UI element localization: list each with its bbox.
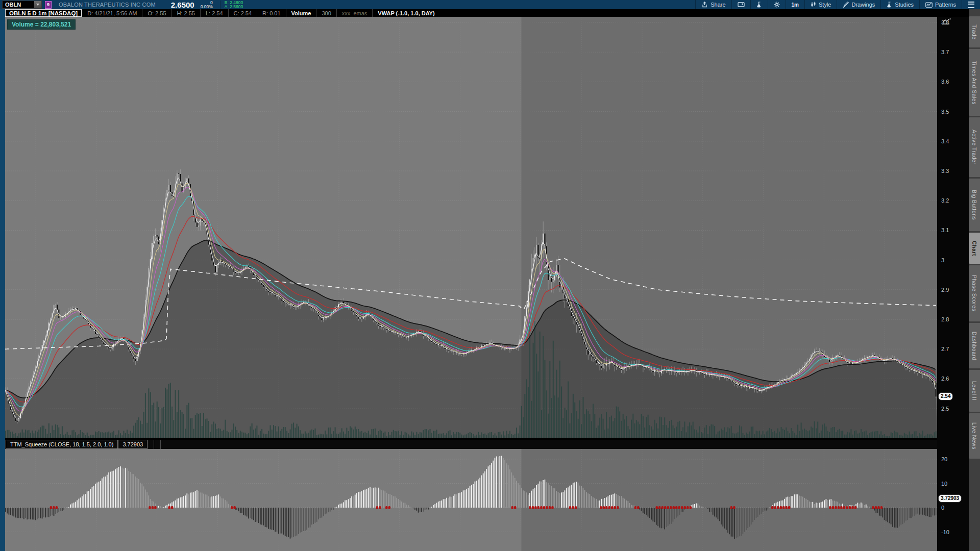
last-price: 2.6500	[171, 1, 194, 9]
menu-button[interactable]	[962, 0, 980, 9]
price-change-block: 0 0.00%	[201, 1, 213, 9]
sidebar-tab-level-ii[interactable]: Level II	[969, 370, 980, 412]
sidebar-tab-dashboard[interactable]: Dashboard	[969, 323, 980, 368]
sidebar-tab-live-news[interactable]: Live News	[969, 413, 980, 459]
squeeze-value-bubble: 3.72903	[938, 494, 962, 503]
volume-study-param[interactable]: 300	[316, 9, 336, 17]
hamburger-menu-icon	[968, 2, 974, 8]
price-axis-label: 2.5	[941, 405, 949, 412]
price-axis-label: 3.2	[941, 197, 949, 204]
ohlc-field: R: 0.01	[257, 9, 286, 17]
squeeze-header-spacer	[154, 440, 161, 449]
price-axis-label: 2.7	[941, 345, 949, 353]
style-button[interactable]: Style	[804, 0, 837, 9]
price-axis-label: 2.6	[941, 375, 949, 382]
main-chart-pane[interactable]: Volume = 22,803,521	[5, 17, 937, 438]
price-axis-label: 3.1	[941, 227, 949, 234]
ohlc-readout-group: D: 4/21/21, 5:56 AMO: 2.55H: 2.55L: 2.54…	[82, 9, 286, 17]
symbol-text: OBLN	[3, 2, 34, 8]
price-axis-label: 2.8	[941, 316, 949, 323]
price-axis-label: 3.5	[941, 108, 949, 115]
flask-icon	[887, 2, 892, 8]
price-axis-label: 3.4	[941, 138, 949, 145]
top-toolbar: OBLN 9 OBALON THERAPEUTICS INC COM 2.650…	[0, 0, 980, 9]
studies-button[interactable]: Studies	[880, 0, 919, 9]
settings-button[interactable]	[768, 0, 786, 9]
patterns-button[interactable]: Patterns	[919, 0, 962, 9]
change-percent: 0.00%	[201, 5, 213, 9]
sidebar-tab-times-and-sales[interactable]: Times And Sales	[969, 49, 980, 116]
monitor-alert-button[interactable]	[731, 0, 750, 9]
gear-icon	[774, 2, 780, 8]
share-icon	[701, 2, 708, 8]
disabled-study-label[interactable]: xxx_emas	[337, 9, 373, 17]
thinkorswim-chart-window: OBLN 9 OBALON THERAPEUTICS INC COM 2.650…	[0, 0, 980, 551]
beaker-icon	[756, 2, 762, 8]
company-name: OBALON THERAPEUTICS INC COM	[59, 2, 156, 8]
right-sidebar-tabs: TradeTimes And SalesActive TraderBig But…	[969, 9, 980, 551]
main-chart-canvas[interactable]	[5, 17, 937, 438]
squeeze-study-value: 3.72903	[118, 440, 148, 449]
squeeze-chart-canvas[interactable]	[5, 449, 937, 551]
vwap-study-label[interactable]: VWAP (-1.0, 1.0, DAY)	[373, 9, 439, 17]
squeeze-axis-label: 20	[941, 456, 947, 463]
squeeze-axis-label: -10	[941, 529, 949, 536]
timeframe-label: 1m	[792, 2, 799, 8]
symbol-dropdown-arrow[interactable]	[34, 1, 41, 8]
price-axis[interactable]: 2.54 3.72903 3.83.73.63.53.43.33.23.132.…	[937, 17, 969, 551]
drawings-button[interactable]: Drawings	[837, 0, 880, 9]
squeeze-header-row: TTM_Squeeze (CLOSE, 18, 1.5, 2.0, 1.0) 3…	[5, 440, 969, 449]
price-axis-label: 3.3	[941, 167, 949, 174]
drawings-label: Drawings	[851, 2, 875, 8]
price-axis-label: 3.8	[941, 19, 949, 26]
price-axis-label: 2.9	[941, 286, 949, 293]
window-left-edge	[0, 9, 5, 551]
ohlc-field: H: 2.55	[172, 9, 201, 17]
patterns-label: Patterns	[935, 2, 956, 8]
share-label: Share	[710, 2, 725, 8]
sidebar-tab-phase-scores[interactable]: Phase Scores	[969, 265, 980, 321]
studies-label: Studies	[895, 2, 914, 8]
volume-study-label[interactable]: Volume	[286, 9, 317, 17]
chart-link-badge[interactable]: 9	[45, 1, 52, 9]
squeeze-header-spacer	[148, 440, 154, 449]
pattern-zigzag-icon	[925, 2, 933, 8]
sidebar-tab-chart[interactable]: Chart	[969, 233, 980, 264]
drawing-hand-icon	[843, 2, 849, 8]
ohlc-field: C: 2.54	[229, 9, 257, 17]
monitor-alert-icon	[738, 2, 745, 8]
price-axis-label: 3.6	[941, 78, 949, 85]
price-axis-label: 3.7	[941, 48, 949, 56]
toolbar-right-group: Share 1m Style Drawings	[695, 0, 980, 9]
ohlc-field: D: 4/21/21, 5:56 AM	[82, 9, 142, 17]
squeeze-study-label[interactable]: TTM_Squeeze (CLOSE, 18, 1.5, 2.0, 1.0)	[6, 440, 118, 449]
ohlc-field: O: 2.55	[142, 9, 172, 17]
chart-title-cell[interactable]: OBLN 5 D 1m [NASDAQ]	[5, 9, 82, 17]
sidebar-tab-trade[interactable]: Trade	[969, 16, 980, 47]
squeeze-axis-label: 10	[941, 480, 947, 487]
timeframe-button[interactable]: 1m	[786, 0, 804, 9]
sidebar-tab-big-buttons[interactable]: Big Buttons	[969, 179, 980, 231]
candlestick-style-icon	[811, 2, 816, 8]
symbol-input[interactable]: OBLN	[2, 1, 42, 9]
chart-header-row: OBLN 5 D 1m [NASDAQ] D: 4/21/21, 5:56 AM…	[5, 9, 969, 17]
sidebar-tab-active-trader[interactable]: Active Trader	[969, 117, 980, 177]
ask-value: A: 2.5600	[225, 5, 243, 9]
squeeze-study-pane[interactable]	[5, 449, 937, 551]
ohlc-field: L: 2.54	[201, 9, 229, 17]
volume-readout-badge: Volume = 22,803,521	[7, 19, 76, 30]
bid-ask-block: B: 2.4800 A: 2.5600	[220, 1, 243, 9]
style-label: Style	[819, 2, 831, 8]
squeeze-axis-label: 0	[941, 504, 944, 511]
last-price-bubble: 2.54	[938, 392, 953, 400]
share-button[interactable]: Share	[695, 0, 731, 9]
price-axis-label: 3	[941, 257, 944, 264]
quick-study-button[interactable]	[750, 0, 768, 9]
